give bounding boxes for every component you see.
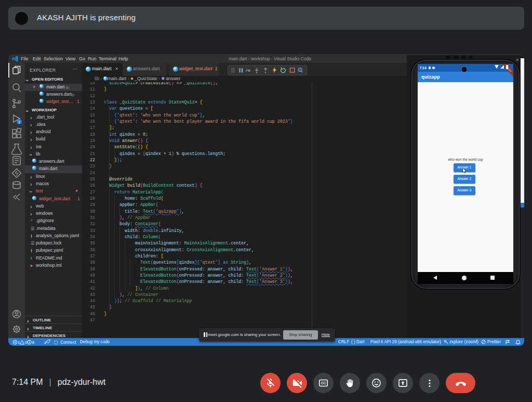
svg-text:1: 1: [18, 340, 20, 345]
svg-text:1: 1: [18, 120, 20, 124]
svg-text:8: 8: [32, 340, 35, 345]
svg-text:CC: CC: [321, 381, 326, 385]
svg-text:0: 0: [25, 340, 28, 345]
svg-text:Q: Q: [299, 68, 301, 71]
